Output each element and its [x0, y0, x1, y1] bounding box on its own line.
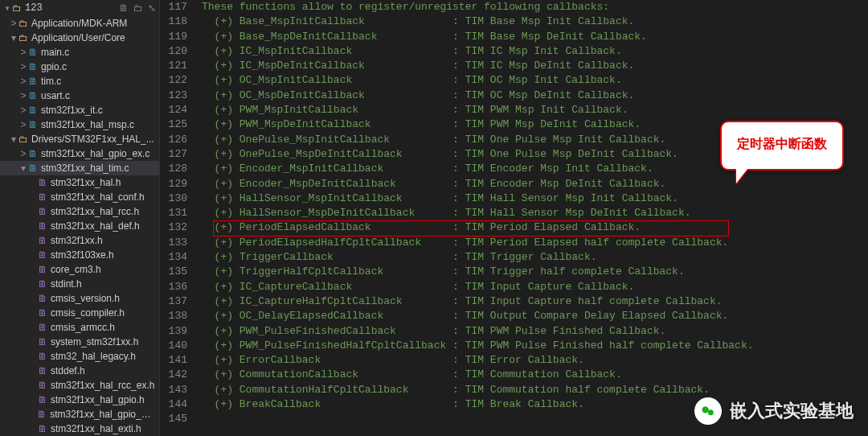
code-line[interactable]: (+) OC_DelayElapsedCallback : TIM Output… — [202, 309, 868, 323]
line-number: 117 — [160, 0, 187, 14]
tree-item[interactable]: 🗎stm32f103xe.h — [0, 248, 159, 262]
tree-item[interactable]: 🗎core_cm3.h — [0, 262, 159, 277]
twist-icon[interactable]: ▾ — [10, 32, 18, 43]
wechat-icon — [694, 397, 722, 425]
tree-item[interactable]: 🗎cmsis_compiler.h — [0, 306, 159, 320]
code-line[interactable]: (+) IC_MspInitCallback : TIM IC Msp Init… — [202, 44, 868, 59]
watermark-text: 嵌入式实验基地 — [730, 404, 854, 418]
tree-item[interactable]: >🗎usart.c — [0, 88, 159, 103]
tree-item[interactable]: 🗎cmsis_armcc.h — [0, 320, 159, 335]
code-line[interactable]: (+) OC_MspDeInitCallback : TIM OC Msp De… — [202, 88, 868, 103]
hfile-icon: 🗎 — [37, 394, 48, 405]
tree-item[interactable]: 🗎stm32f1xx_hal_def.h — [0, 219, 159, 233]
hfile-icon: 🗎 — [37, 220, 48, 232]
file-name: system_stm32f1xx.h — [51, 336, 138, 348]
collapse-icon[interactable]: ⤡ — [148, 2, 156, 14]
tree-item[interactable]: 🗎stm32f1xx_hal_rcc_ex.h — [0, 378, 159, 393]
tree-item[interactable]: 🗎stm32_hal_legacy.h — [0, 349, 159, 364]
code-line[interactable]: (+) IC_MspDeInitCallback : TIM IC Msp De… — [202, 59, 868, 73]
tree-item[interactable]: >🗀Application/MDK-ARM — [0, 16, 159, 31]
tree-item[interactable]: ▾🗀Drivers/STM32F1xx_HAL_... — [0, 132, 159, 146]
new-file-icon[interactable]: 🗎 — [119, 2, 129, 14]
code-line[interactable]: (+) PWM_PulseFinishedCallback : TIM PWM … — [202, 324, 868, 339]
code-line[interactable]: (+) TriggerCallback : TIM Trigger Callba… — [202, 250, 868, 265]
twist-icon[interactable]: > — [19, 105, 27, 116]
code-line[interactable]: (+) IC_CaptureHalfCpltCallback : TIM Inp… — [202, 294, 868, 309]
code-line[interactable]: (+) ErrorCallback : TIM Error Callback. — [202, 353, 868, 368]
tree-item[interactable]: >🗎stm32f1xx_hal_gpio_ex.c — [0, 146, 159, 161]
cfile-icon: 🗎 — [27, 162, 39, 174]
tree-item[interactable]: 🗎stm32f1xx_hal_conf.h — [0, 190, 159, 204]
hfile-icon: 🗎 — [37, 351, 48, 362]
hfile-icon: 🗎 — [37, 191, 48, 203]
cfile-icon: 🗎 — [27, 61, 39, 72]
twist-icon[interactable]: > — [10, 18, 18, 29]
hfile-icon: 🗎 — [37, 423, 48, 434]
tree-item[interactable]: 🗎stddef.h — [0, 364, 159, 378]
tree-item[interactable]: 🗎stm32f1xx_hal.h — [0, 175, 159, 190]
tree-item[interactable]: 🗎stm32f1xx_hal_exti.h — [0, 422, 159, 436]
cfile-icon: 🗎 — [27, 76, 39, 87]
root-folder-name[interactable]: 123 — [25, 2, 43, 14]
line-number: 120 — [160, 44, 187, 59]
tree-item[interactable]: 🗎stm32f1xx_hal_rcc.h — [0, 204, 159, 219]
code-line[interactable]: (+) PeriodElapsedHalfCpltCallback : TIM … — [202, 236, 868, 250]
tree-item[interactable]: >🗎stm32f1xx_it.c — [0, 103, 159, 117]
file-name: cmsis_compiler.h — [51, 307, 125, 319]
tree-item[interactable]: >🗎main.c — [0, 45, 159, 60]
code-line[interactable]: (+) Base_MspDeInitCallback : TIM Base Ms… — [202, 30, 868, 44]
twist-icon[interactable]: > — [19, 148, 27, 159]
line-number: 123 — [160, 88, 187, 103]
line-number: 139 — [160, 324, 187, 339]
line-number: 132 — [160, 220, 187, 235]
file-name: cmsis_version.h — [51, 293, 120, 304]
code-line[interactable]: (+) HallSensor_MspDeInitCallback : TIM H… — [202, 206, 868, 220]
code-line[interactable]: (+) Base_MspInitCallback : TIM Base Msp … — [202, 14, 868, 29]
code-line[interactable]: (+) PeriodElapsedCallback : TIM Period E… — [202, 220, 868, 235]
tree-item[interactable]: >🗎stm32f1xx_hal_msp.c — [0, 117, 159, 132]
code-line[interactable]: (+) HallSensor_MspInitCallback : TIM Hal… — [202, 191, 868, 206]
code-line[interactable]: (+) TriggerHalfCpltCallback : TIM Trigge… — [202, 265, 868, 279]
code-editor[interactable]: 1171181191201211221231241251261271281291… — [160, 0, 868, 436]
code-line[interactable]: (+) Encoder_MspDeInitCallback : TIM Enco… — [202, 177, 868, 191]
code-line[interactable]: (+) IC_CaptureCallback : TIM Input Captu… — [202, 280, 868, 294]
tree-item[interactable]: ▾🗎stm32f1xx_hal_tim.c — [0, 161, 159, 175]
file-name: stddef.h — [51, 365, 85, 376]
twist-icon[interactable]: ▾ — [19, 162, 27, 174]
tree-item[interactable]: 🗎stdint.h — [0, 277, 159, 291]
tree-item[interactable]: 🗎cmsis_version.h — [0, 291, 159, 306]
tree-item[interactable]: ▾🗀Application/User/Core — [0, 31, 159, 45]
file-tree[interactable]: >🗀Application/MDK-ARM▾🗀Application/User/… — [0, 16, 159, 436]
code-line[interactable]: (+) CommutationHalfCpltCallback : TIM Co… — [202, 383, 868, 397]
line-number: 124 — [160, 103, 187, 117]
tree-item[interactable]: >🗎tim.c — [0, 74, 159, 88]
code-line[interactable]: (+) CommutationCallback : TIM Commutatio… — [202, 368, 868, 382]
line-number: 127 — [160, 147, 187, 162]
twist-icon[interactable]: > — [19, 76, 27, 87]
code-line[interactable]: These functions allow to register/unregi… — [202, 0, 868, 14]
file-name: Drivers/STM32F1xx_HAL_... — [31, 134, 154, 145]
twist-icon[interactable]: > — [19, 47, 27, 58]
code-content[interactable]: These functions allow to register/unregi… — [199, 0, 868, 436]
code-line[interactable]: (+) OC_MspInitCallback : TIM OC Msp Init… — [202, 73, 868, 88]
line-number: 136 — [160, 280, 187, 294]
twist-icon[interactable]: > — [19, 61, 27, 72]
tree-item[interactable]: 🗎system_stm32f1xx.h — [0, 335, 159, 349]
twist-icon[interactable]: > — [19, 90, 27, 101]
file-name: stm32f1xx_hal_gpio_ex.c — [41, 148, 149, 159]
new-folder-icon[interactable]: 🗀 — [133, 2, 143, 14]
tree-item[interactable]: 🗎stm32f1xx.h — [0, 233, 159, 248]
file-name: usart.c — [41, 90, 70, 101]
app-root: ▾ 🗀 123 🗎 🗀 ⤡ >🗀Application/MDK-ARM▾🗀App… — [0, 0, 868, 436]
tree-item[interactable]: 🗎stm32f1xx_hal_gpio.h — [0, 393, 159, 407]
root-twist-icon[interactable]: ▾ — [3, 2, 11, 14]
tree-item[interactable]: >🗎gpio.c — [0, 60, 159, 74]
code-line[interactable]: (+) PWM_MspInitCallback : TIM PWM Msp In… — [202, 103, 868, 117]
twist-icon[interactable]: > — [19, 119, 27, 130]
annotation-callout: 定时器中断函数 — [720, 121, 844, 171]
file-explorer[interactable]: ▾ 🗀 123 🗎 🗀 ⤡ >🗀Application/MDK-ARM▾🗀App… — [0, 0, 160, 436]
tree-item[interactable]: 🗎stm32f1xx_hal_gpio_ex.h — [0, 407, 159, 422]
file-name: cmsis_armcc.h — [51, 322, 115, 333]
code-line[interactable]: (+) PWM_PulseFinishedHalfCpltCallback : … — [202, 339, 868, 353]
twist-icon[interactable]: ▾ — [10, 134, 18, 145]
